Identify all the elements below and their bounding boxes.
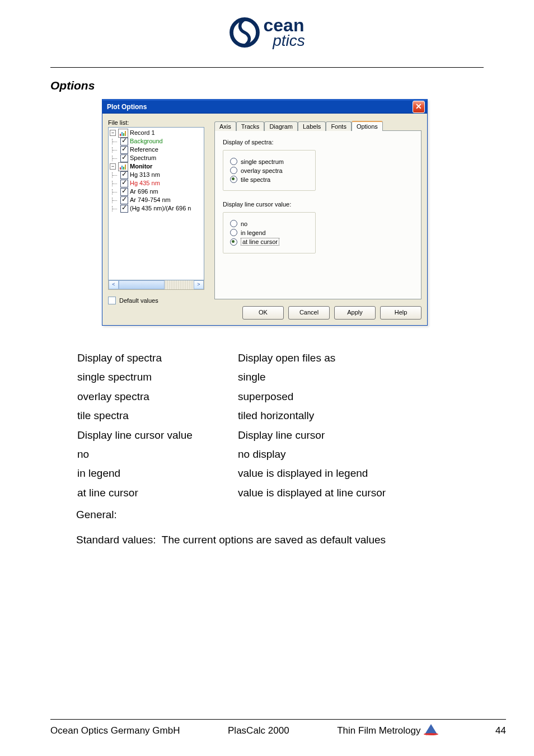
file-list-label: File list:	[108, 119, 204, 126]
footer-right: Thin Film Metrology	[337, 725, 420, 736]
options-explanation: Display of spectraDisplay open files as …	[76, 348, 484, 548]
tree-label: Hg 435 nm	[130, 179, 160, 187]
tree-label: Record 1	[130, 129, 155, 137]
ocean-optics-logo-icon	[229, 17, 260, 48]
ok-button[interactable]: OK	[242, 306, 284, 320]
tab-labels[interactable]: Labels	[298, 121, 326, 131]
svg-rect-5	[125, 131, 126, 136]
footer-rule	[50, 719, 506, 720]
titlebar: Plot Options ✕	[102, 100, 427, 114]
tree-item[interactable]: (Hg 435 nm)/(Ar 696 n	[110, 204, 204, 213]
radio-icon	[230, 229, 237, 236]
tree-item[interactable]: Spectrum	[110, 154, 204, 162]
explain-row: Display line cursor valueDisplay line cu…	[77, 426, 386, 444]
mikropack-logo-icon	[423, 723, 439, 738]
radio-no[interactable]: no	[230, 220, 308, 227]
radio-label: no	[241, 220, 247, 227]
dialog-title: Plot Options	[107, 103, 147, 111]
svg-rect-8	[121, 166, 123, 170]
tab-axis[interactable]: Axis	[214, 121, 236, 131]
help-button[interactable]: Help	[380, 306, 421, 320]
tree-item[interactable]: Background	[110, 137, 204, 145]
tree-item[interactable]: Hg 313 nm	[110, 171, 204, 179]
checkbox-icon[interactable]	[120, 154, 128, 162]
checkbox-icon[interactable]	[120, 188, 128, 196]
scroll-left-icon[interactable]: <	[109, 280, 119, 289]
svg-rect-2	[120, 134, 121, 136]
section-heading: Options	[50, 79, 484, 92]
explain-row: at line cursorvalue is displayed at line…	[77, 484, 386, 502]
radio-single-spectrum[interactable]: single spectrum	[230, 158, 308, 165]
checkbox-icon[interactable]	[120, 205, 128, 213]
file-list-tree[interactable]: − Record 1 Background Reference Spectrum…	[108, 127, 204, 280]
svg-rect-10	[125, 165, 126, 170]
scrollbar-thumb[interactable]	[119, 280, 165, 289]
tree-item[interactable]: Ar 696 nm	[110, 187, 204, 196]
checkbox-icon[interactable]	[120, 180, 128, 187]
tree-label: Background	[130, 137, 163, 145]
checkbox-icon[interactable]	[120, 171, 128, 179]
logo-text-top: cean	[263, 17, 305, 34]
tree-item[interactable]: Reference	[110, 145, 204, 154]
tab-fonts[interactable]: Fonts	[326, 121, 352, 131]
tab-tracks[interactable]: Tracks	[236, 121, 265, 131]
tree-label: Ar 749-754 nm	[130, 196, 171, 204]
logo-text-bottom: ptics	[273, 34, 305, 48]
tree-item[interactable]: Ar 749-754 nm	[110, 196, 204, 204]
radio-label: in legend	[241, 229, 266, 236]
svg-rect-7	[120, 167, 121, 170]
tab-panel-options: Display of spectra: single spectrum over…	[214, 131, 421, 299]
explain-row: single spectrumsingle	[77, 368, 386, 386]
scroll-right-icon[interactable]: >	[194, 280, 204, 289]
tree-item[interactable]: Hg 435 nm	[110, 179, 204, 187]
horizontal-scrollbar[interactable]: < >	[108, 280, 204, 290]
scrollbar-track[interactable]	[119, 280, 194, 289]
svg-rect-4	[123, 133, 124, 136]
svg-rect-3	[121, 132, 123, 136]
radio-icon	[230, 158, 237, 165]
cancel-button[interactable]: Cancel	[288, 306, 330, 320]
tree-label: Monitor	[130, 162, 152, 171]
standard-values-line: Standard values: The current options are…	[76, 532, 484, 548]
radio-overlay-spectra[interactable]: overlay spectra	[230, 167, 308, 174]
svg-marker-11	[425, 724, 437, 734]
display-cursor-group: no in legend at line cursor	[223, 212, 316, 253]
checkbox-icon[interactable]	[120, 146, 128, 154]
tab-options[interactable]: Options	[352, 121, 383, 131]
checkbox-icon[interactable]	[120, 196, 128, 204]
logo: cean ptics	[50, 17, 484, 50]
collapse-icon[interactable]: −	[110, 130, 116, 136]
tree-label: (Hg 435 nm)/(Ar 696 n	[130, 204, 191, 213]
radio-in-legend[interactable]: in legend	[230, 229, 308, 236]
tree-node-record[interactable]: − Record 1	[110, 129, 204, 137]
plot-options-dialog: Plot Options ✕ File list: − Record 1	[102, 99, 428, 326]
radio-tile-spectra[interactable]: tile spectra	[230, 176, 308, 183]
explain-row: tile spectratiled horizontally	[77, 407, 386, 425]
footer-left: Ocean Optics Germany GmbH	[50, 725, 180, 736]
checkbox-icon[interactable]	[120, 138, 128, 145]
collapse-icon[interactable]: −	[110, 163, 116, 170]
tab-diagram[interactable]: Diagram	[264, 121, 298, 131]
explain-row: in legendvalue is displayed in legend	[77, 464, 386, 482]
explain-row: nono display	[77, 445, 386, 463]
radio-icon	[230, 176, 237, 183]
top-rule	[50, 67, 484, 68]
general-label: General:	[76, 506, 484, 523]
explain-row: Display of spectraDisplay open files as	[77, 349, 386, 367]
radio-label: at line cursor	[241, 238, 279, 246]
footer: Ocean Optics Germany GmbH PlasCalc 2000 …	[50, 723, 506, 738]
explain-row: overlay spectrasuperposed	[77, 388, 386, 406]
group1-title: Display of spectra:	[223, 139, 413, 145]
radio-icon	[230, 167, 237, 174]
default-values-checkbox[interactable]	[108, 297, 116, 304]
tree-node-monitor[interactable]: − Monitor	[110, 162, 204, 171]
radio-icon	[230, 238, 237, 246]
radio-icon	[230, 220, 237, 227]
tab-strip: Axis Tracks Diagram Labels Fonts Options	[214, 119, 421, 131]
radio-at-line-cursor[interactable]: at line cursor	[230, 238, 308, 246]
footer-center: PlasCalc 2000	[228, 725, 289, 736]
close-icon[interactable]: ✕	[413, 101, 425, 113]
apply-button[interactable]: Apply	[334, 306, 376, 320]
page-number: 44	[495, 725, 506, 736]
radio-label: tile spectra	[241, 176, 270, 183]
